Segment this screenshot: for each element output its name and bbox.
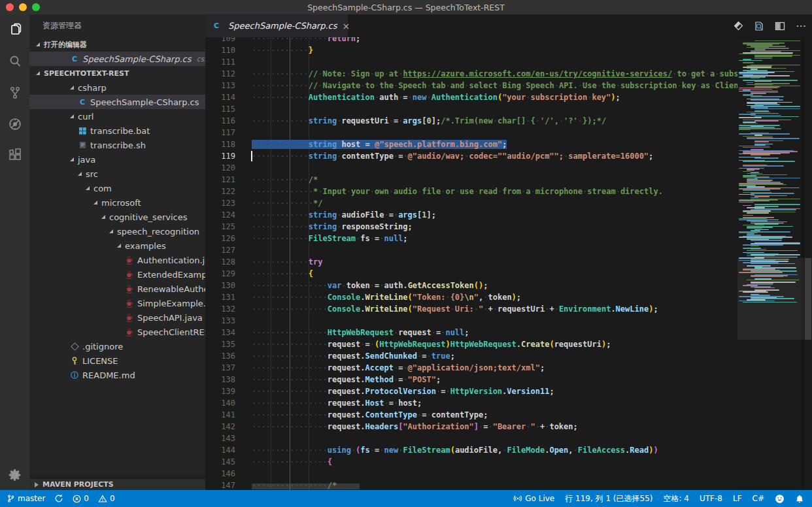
tree-file-transcribe-bat[interactable]: transcribe.bat	[29, 123, 205, 138]
code-line-141: 141················request.ContentType·=…	[205, 409, 812, 421]
tree-folder-microsoft[interactable]: microsoft	[29, 195, 205, 210]
line-number: 136	[205, 350, 235, 362]
language-mode[interactable]: C#	[753, 494, 764, 503]
debug-icon[interactable]	[0, 108, 29, 140]
zoom-window-icon[interactable]	[32, 3, 40, 11]
line-number: 142	[205, 421, 235, 433]
code-line-140: 140················request.Host·=·host;	[205, 397, 812, 409]
code-area[interactable]: 109················return;110···········…	[205, 37, 812, 490]
code-line-124: 124············string·audioFile·=·args[1…	[205, 209, 812, 221]
csharp-file-icon: C	[78, 97, 87, 106]
code-line-136: 136················request.SendChunked·=…	[205, 350, 812, 362]
tree-file-authentication-java[interactable]: Authentication.java	[29, 253, 205, 267]
line-content: ················using·(fs·=·new·FileStre…	[235, 444, 658, 456]
gear-icon[interactable]	[0, 468, 29, 482]
git-branch-indicator[interactable]: master	[7, 494, 45, 503]
git-branch-icon	[7, 494, 15, 503]
indentation-indicator[interactable]: 空格: 4	[663, 493, 689, 504]
line-number: 122	[205, 186, 235, 197]
tree-file-speechclientrest-java[interactable]: SpeechClientREST.java	[29, 325, 205, 339]
file-search-icon[interactable]	[754, 21, 764, 31]
line-number: 109	[205, 37, 235, 44]
split-editor-icon[interactable]	[775, 21, 785, 31]
line-content: ············{	[235, 268, 313, 280]
close-window-icon[interactable]	[6, 3, 14, 11]
go-live-button[interactable]: Go Live	[513, 494, 554, 503]
maven-projects-header[interactable]: MAVEN PROJECTS	[29, 479, 205, 490]
code-line-135: 135················request·=·(HttpWebReq…	[205, 338, 812, 350]
line-content: ·············*/	[235, 197, 323, 209]
eol-indicator[interactable]: LF	[733, 494, 742, 503]
line-number: 128	[205, 256, 235, 268]
line-number: 112	[205, 68, 235, 80]
errors-indicator[interactable]: 0	[73, 494, 89, 503]
more-actions-icon[interactable]: ⋯	[796, 20, 807, 32]
line-content: ············string·host·=·@"speech.platf…	[235, 139, 507, 150]
line-number: 145	[205, 456, 235, 468]
tree-file-transcribe-sh[interactable]: transcribe.sh	[29, 138, 205, 152]
line-number: 124	[205, 209, 235, 221]
source-control-icon[interactable]	[0, 77, 29, 108]
line-number: 114	[205, 91, 235, 103]
tree-folder-examples[interactable]: examples	[29, 238, 205, 253]
tree-folder-src[interactable]: src	[29, 167, 205, 181]
chevron-expanded-icon	[36, 71, 40, 75]
minimize-window-icon[interactable]	[19, 3, 27, 11]
csharp-file-icon: C	[212, 22, 221, 31]
tree-file--gitignore[interactable]: .gitignore	[29, 339, 205, 353]
extensions-icon[interactable]	[0, 140, 29, 171]
tree-folder-cognitive-services[interactable]: cognitive_services	[29, 210, 205, 224]
line-content	[235, 433, 252, 444]
tree-folder-csharp[interactable]: csharp	[29, 80, 205, 95]
encoding-indicator[interactable]: UTF-8	[700, 494, 722, 503]
tree-file-readme-md[interactable]: README.md	[29, 368, 205, 382]
minimap[interactable]	[737, 37, 804, 490]
line-content: ············string·contentType·=·@"audio…	[235, 150, 653, 162]
line-number: 111	[205, 56, 235, 68]
open-editor-item[interactable]: C SpeechSample-CSharp.cs csharp	[29, 52, 205, 66]
code-line-125: 125············string·responseString;	[205, 221, 812, 233]
open-editors-header[interactable]: 打开的编辑器	[29, 37, 205, 52]
tab-speechsample[interactable]: C SpeechSample-CSharp.cs ×	[205, 14, 348, 37]
sync-icon[interactable]	[54, 494, 63, 503]
code-line-146: 146	[205, 468, 812, 480]
tree-file-renewableauthenticati-[interactable]: RenewableAuthenticati...	[29, 282, 205, 296]
line-content: ················request.Host·=·host;	[235, 397, 422, 409]
line-number: 134	[205, 327, 235, 338]
tree-folder-java[interactable]: java	[29, 152, 205, 167]
tree-folder-speech-recognition[interactable]: speech_recognition	[29, 224, 205, 238]
files-icon[interactable]	[0, 14, 29, 46]
project-root-header[interactable]: SPEECHTOTEXT-REST	[29, 66, 205, 80]
close-tab-icon[interactable]: ×	[343, 21, 350, 31]
line-number: 119	[205, 150, 235, 162]
line-number: 144	[205, 444, 235, 456]
horizontal-scrollbar[interactable]	[252, 483, 360, 489]
tree-file-speechsample-csharp-cs[interactable]: CSpeechSample-CSharp.cs	[29, 95, 205, 109]
code-line-134: 134················HttpWebRequest·reques…	[205, 327, 812, 338]
line-number: 143	[205, 433, 235, 444]
code-line-137: 137················request.Accept·=·@"ap…	[205, 362, 812, 374]
chevron-expanded-icon	[109, 229, 113, 233]
tree-folder-com[interactable]: com	[29, 181, 205, 195]
warnings-indicator[interactable]: 0	[98, 494, 115, 503]
tree-item-label: README.md	[82, 370, 135, 380]
tree-file-simpleexample-java[interactable]: SimpleExample.java	[29, 296, 205, 310]
tree-file-extendedexample-java[interactable]: ExtendedExample.java	[29, 267, 205, 282]
tree-item-label: speech_recognition	[117, 227, 199, 237]
tree-file-license[interactable]: LICENSE	[29, 353, 205, 368]
line-content: ············Authentication·auth·=·new·Au…	[235, 91, 620, 103]
tree-file-speechapi-java[interactable]: SpeechAPI.java	[29, 310, 205, 325]
code-line-110: 110············}	[205, 44, 812, 56]
code-line-114: 114············Authentication·auth·=·new…	[205, 91, 812, 103]
search-icon[interactable]	[0, 46, 29, 77]
cursor-position[interactable]: 行 119, 列 1 (已选择55)	[565, 493, 652, 504]
line-number: 116	[205, 115, 235, 127]
diamond-icon[interactable]	[734, 21, 743, 31]
vertical-scrollbar[interactable]	[804, 37, 812, 490]
line-content: ············/*	[235, 174, 318, 186]
feedback-smiley-icon[interactable]	[775, 494, 785, 504]
tree-folder-curl[interactable]: curl	[29, 109, 205, 123]
notifications-bell-icon[interactable]	[795, 494, 804, 504]
line-content	[235, 162, 252, 174]
minimap-viewport[interactable]	[737, 258, 804, 340]
